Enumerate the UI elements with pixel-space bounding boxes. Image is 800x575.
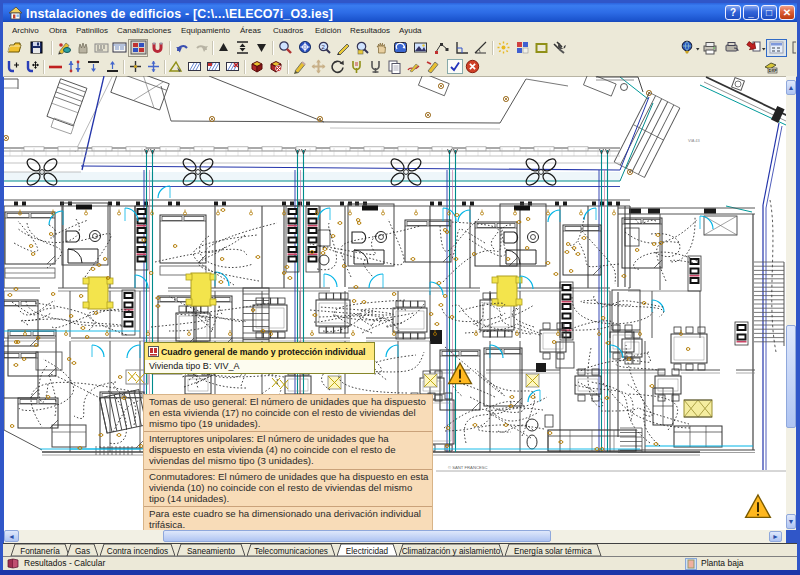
svg-text:Energía solar térmica: Energía solar térmica [514, 547, 592, 556]
svg-text:© SANT FRANCESC: © SANT FRANCESC [448, 465, 488, 470]
svg-text:Gas: Gas [75, 547, 90, 556]
svg-text:Telecomunicaciones: Telecomunicaciones [254, 547, 328, 556]
svg-text:Contra incendios: Contra incendios [107, 547, 168, 556]
svg-text:Climatización y aislamiento: Climatización y aislamiento [402, 547, 501, 556]
svg-text:VIA 43: VIA 43 [688, 138, 701, 143]
svg-text:Electricidad: Electricidad [346, 547, 389, 556]
svg-text:DXF: DXF [769, 68, 778, 73]
svg-text:Fontanería: Fontanería [20, 547, 60, 556]
svg-text:Saneamiento: Saneamiento [187, 547, 236, 556]
